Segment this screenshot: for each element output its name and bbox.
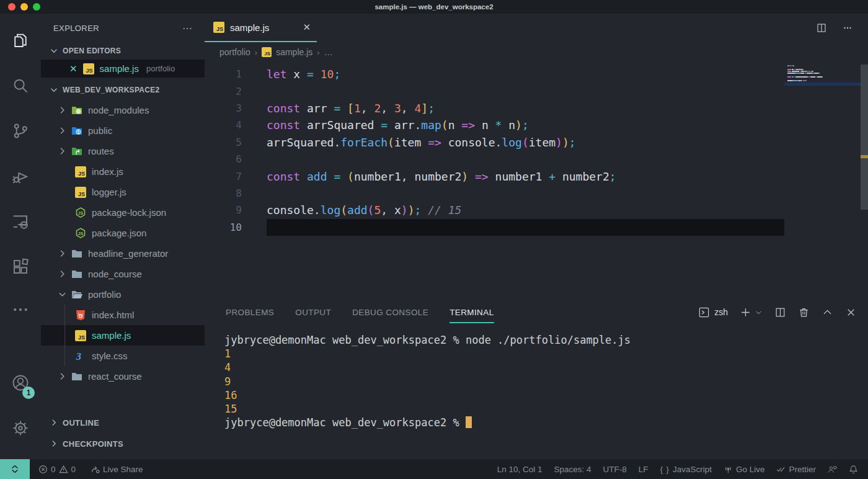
js-file-icon: JS <box>262 47 272 57</box>
panel-tab-debug-console[interactable]: DEBUG CONSOLE <box>352 303 428 322</box>
line-number: 1 <box>205 68 267 80</box>
status-feedback[interactable] <box>828 465 837 474</box>
open-editors-section[interactable]: OPEN EDITORS <box>41 42 205 60</box>
line-number: 3 <box>205 102 267 114</box>
tree-item-index-html[interactable]: index.html <box>41 305 205 325</box>
person-feedback-icon <box>828 465 837 474</box>
status-language-mode[interactable]: { }JavaScript <box>660 465 712 474</box>
tree-item-sample-js[interactable]: JSsample.js <box>41 325 205 346</box>
bottom-panel: PROBLEMSOUTPUTDEBUG CONSOLETERMINAL zsh <box>205 297 868 459</box>
panel-tab-terminal[interactable]: TERMINAL <box>450 303 494 322</box>
editor-more-actions-icon[interactable] <box>842 22 853 34</box>
tree-item-index-js[interactable]: JSindex.js <box>41 161 205 182</box>
breadcrumb-symbol[interactable]: … <box>324 47 333 57</box>
close-window-button[interactable] <box>8 3 16 11</box>
code-line-7[interactable]: 7const add = (number1, number2) => numbe… <box>205 168 784 184</box>
split-terminal-icon[interactable] <box>774 307 786 318</box>
tree-item-label: headline_generator <box>88 248 168 259</box>
tree-item-label: sample.js <box>92 330 131 341</box>
indent-guide <box>64 346 65 366</box>
activity-more-actions[interactable] <box>0 289 41 330</box>
checkpoints-section[interactable]: CHECKPOINTS <box>41 433 205 454</box>
line-number: 5 <box>205 137 267 148</box>
code-line-1[interactable]: 1let x = 10; <box>205 66 784 83</box>
remote-indicator[interactable] <box>0 459 30 479</box>
panel-tab-output[interactable]: OUTPUT <box>295 303 331 322</box>
tree-item-package-json[interactable]: JSpackage.json <box>41 223 205 243</box>
svg-text:JS: JS <box>78 211 84 215</box>
tree-item-routes[interactable]: routes <box>41 141 205 161</box>
html-file-icon <box>74 309 87 321</box>
tree-item-react-course[interactable]: react_course <box>41 366 205 387</box>
status-go-live[interactable]: Go Live <box>724 465 765 474</box>
code-line-6[interactable]: 6 <box>205 151 784 168</box>
close-panel-icon[interactable] <box>845 307 857 318</box>
chevron-right-icon <box>58 372 67 381</box>
tree-item-node-course[interactable]: node_course <box>41 264 205 284</box>
maximize-window-button[interactable] <box>33 3 40 11</box>
tree-item-package-lock-json[interactable]: JSpackage-lock.json <box>41 202 205 223</box>
code-line-8[interactable]: 8 <box>205 185 784 202</box>
breadcrumb-file[interactable]: sample.js <box>276 47 312 57</box>
double-check-icon <box>776 465 786 474</box>
outline-section[interactable]: OUTLINE <box>41 412 205 433</box>
code-text: const add = (number1, number2) => number… <box>267 170 616 183</box>
activity-source-control[interactable] <box>0 108 41 153</box>
new-terminal-icon[interactable] <box>740 307 751 318</box>
code-editor[interactable]: 1let x = 10;23const arr = [1, 2, 3, 4];4… <box>205 62 868 297</box>
gear-icon <box>11 419 30 437</box>
activity-account[interactable]: 1 <box>0 360 41 405</box>
status-bar: 0 0 Live Share Ln 10, Col 1Spaces: 4UTF-… <box>0 459 868 479</box>
split-editor-icon[interactable] <box>816 22 827 34</box>
scrollbar-thumb[interactable] <box>861 65 868 210</box>
status-encoding[interactable]: UTF-8 <box>603 465 627 474</box>
code-line-3[interactable]: 3const arr = [1, 2, 3, 4]; <box>205 100 784 117</box>
css-file-icon: 3 <box>74 350 87 362</box>
breadcrumb-folder[interactable]: portfolio <box>219 47 250 57</box>
tab-samplejs[interactable]: JS sample.js ✕ <box>205 14 317 42</box>
terminal-dropdown-icon[interactable] <box>755 308 763 316</box>
code-line-4[interactable]: 4const arrSquared = arr.map(n => n * n); <box>205 117 784 133</box>
window-title: sample.js — web_dev_workspace2 <box>374 3 493 11</box>
activity-settings[interactable] <box>0 405 41 450</box>
minimap[interactable] <box>784 62 861 297</box>
minimize-window-button[interactable] <box>20 3 28 11</box>
problems-status[interactable]: 0 0 <box>38 465 76 474</box>
maximize-panel-icon[interactable] <box>822 307 833 318</box>
activity-explorer[interactable] <box>0 17 41 63</box>
live-share-button[interactable]: Live Share <box>91 465 143 474</box>
activity-extensions[interactable] <box>0 244 41 289</box>
tree-item-logger-js[interactable]: JSlogger.js <box>41 182 205 202</box>
explorer-actions-button[interactable]: ⋯ <box>182 22 193 34</box>
code-line-2[interactable]: 2 <box>205 83 784 99</box>
status-cursor-position[interactable]: Ln 10, Col 1 <box>497 465 542 474</box>
kill-terminal-icon[interactable] <box>798 307 810 318</box>
close-editor-icon[interactable]: ✕ <box>69 63 78 74</box>
code-line-9[interactable]: 9console.log(add(5, x)); // 15 <box>205 202 784 218</box>
terminal-profile[interactable]: zsh <box>698 307 728 318</box>
terminal-output[interactable]: jybryce@demonMac web_dev_workspace2 % no… <box>205 328 868 459</box>
activity-search[interactable] <box>0 63 41 108</box>
indent-guide <box>64 325 65 346</box>
tree-item-style-css[interactable]: 3style.css <box>41 346 205 366</box>
line-number: 2 <box>205 86 267 97</box>
tree-item-headline-generator[interactable]: headline_generator <box>41 243 205 264</box>
panel-tab-problems[interactable]: PROBLEMS <box>226 303 274 322</box>
tree-item-node-modules[interactable]: node_modules <box>41 100 205 120</box>
status-notifications[interactable] <box>849 465 858 474</box>
workspace-section[interactable]: WEB_DEV_WORKSPACE2 <box>41 81 205 99</box>
activity-remote-explorer[interactable] <box>0 199 41 244</box>
status-prettier[interactable]: Prettier <box>776 465 816 474</box>
status-indentation[interactable]: Spaces: 4 <box>554 465 591 474</box>
activity-run-debug[interactable] <box>0 153 41 199</box>
code-lines[interactable]: 1let x = 10;23const arr = [1, 2, 3, 4];4… <box>205 62 784 297</box>
editor-scrollbar[interactable] <box>861 62 868 297</box>
status-eol[interactable]: LF <box>639 465 649 474</box>
code-line-5[interactable]: 5arrSquared.forEach(item => console.log(… <box>205 134 784 151</box>
tree-item-portfolio[interactable]: portfolio <box>41 284 205 305</box>
js-file-icon: JS <box>75 330 86 341</box>
close-tab-icon[interactable]: ✕ <box>303 22 311 33</box>
code-line-10[interactable]: 10 <box>205 219 784 236</box>
tree-item-public[interactable]: public <box>41 120 205 141</box>
open-editor-item-samplejs[interactable]: ✕ JS sample.js portfolio <box>41 60 205 78</box>
